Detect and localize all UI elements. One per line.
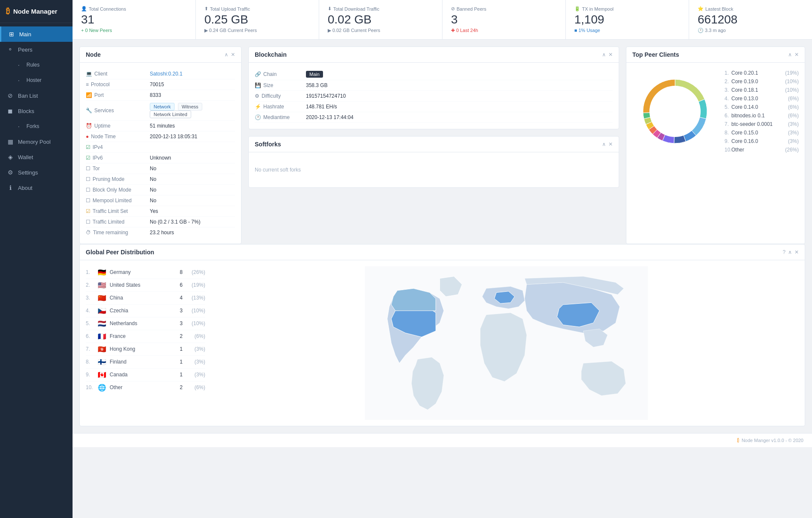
sidebar-item-rules[interactable]: · Rules [0,57,73,73]
country-row-fr: 6. 🇫🇷 France 2 (6%) [86,330,205,343]
sidebar-item-peers[interactable]: ⚬ Peers [0,42,73,57]
sidebar-item-banlist[interactable]: ⊘ Ban List [0,88,73,103]
footer-icon: ₿ [737,438,739,443]
sidebar-label-settings: Settings [18,169,38,176]
node-uptime-value: 51 minutes [150,123,235,129]
top-peer-clients-body: 1. Core 0.20.1 (19%) 2. Core 0.19.0 (10%… [626,63,805,160]
mempoollimited-icon: ☐ [86,198,90,204]
node-services-row: 🔧 Services Network Witness Network Limit… [86,101,235,121]
node-services-value: Network Witness Network Limited [150,103,235,118]
sidebar-label-banlist: Ban List [18,93,38,99]
node-client-row: 💻 Client Satoshi:0.20.1 [86,69,235,79]
node-pruning-value: No [150,176,235,182]
global-help-button[interactable]: ? [783,249,786,255]
country-list: 1. 🇩🇪 Germany 8 (26%) 2. 🇺🇸 United State… [86,266,205,420]
protocol-icon: ≡ [86,81,89,87]
bc-difficulty-row: ⚙ Difficulty 19157154724710 [255,91,613,102]
node-protocol-value: 70015 [150,81,235,87]
sidebar-item-settings[interactable]: ⚙ Settings [0,165,73,180]
world-map [214,266,799,420]
sidebar-label-rules: Rules [26,62,40,68]
softforks-collapse-button[interactable]: ∧ [602,141,606,147]
download-icon: ⬇ [328,6,332,12]
blockchain-card-header: Blockchain ∧ ✕ [249,47,619,63]
sidebar-item-blocks[interactable]: ◼ Blocks [0,103,73,119]
ipv6-icon: ☑ [86,155,90,161]
block-stat-icon: ⭐ [698,6,704,12]
blockchain-collapse-button[interactable]: ∧ [602,52,606,58]
service-tag-network: Network [150,103,175,111]
blockchain-close-button[interactable]: ✕ [608,52,613,58]
flag-fr: 🇫🇷 [98,332,106,340]
node-time-remaining-row: ⏱ Time remaining 23.2 hours [86,227,235,238]
service-tag-witness: Witness [178,103,202,111]
difficulty-icon: ⚙ [255,93,259,99]
peer-row-1: 1. Core 0.20.1 (19%) [725,69,799,77]
stat-sub-banned: ✚ 0 Last 24h [451,28,557,33]
country-row-ca: 9. 🇨🇦 Canada 1 (3%) [86,369,205,381]
port-icon: 📶 [86,92,92,98]
peers-icon: ⚬ [7,46,14,53]
sidebar-item-about[interactable]: ℹ About [0,180,73,195]
softforks-close-button[interactable]: ✕ [608,141,613,147]
country-row-de: 1. 🇩🇪 Germany 8 (26%) [86,266,205,279]
flag-cz: 🇨🇿 [98,307,106,315]
connections-icon: 👤 [81,6,87,12]
softforks-card-title: Softforks [255,141,281,148]
flag-cn: 🇨🇳 [98,294,106,302]
softforks-card: Softforks ∧ ✕ No current soft forks [248,136,619,188]
service-tag-limited: Network Limited [150,111,191,118]
footer-version: Node Manger v1.0.0 - © 2020 [742,438,803,443]
stat-value-upload: 0.25 GB [204,13,310,26]
sidebar-label-wallet: Wallet [18,154,33,160]
top-peer-collapse-button[interactable]: ∧ [788,52,792,58]
wallet-icon: ◈ [7,154,14,160]
top-peer-close-button[interactable]: ✕ [795,52,799,58]
sidebar-label-main: Main [19,31,31,38]
ipv4-icon: ☑ [86,144,90,150]
size-icon: 💾 [255,82,261,88]
peer-row-4: 4. Core 0.13.0 (6%) [725,94,799,103]
mediantime-icon: 🕐 [255,114,261,120]
sidebar-item-main[interactable]: ⊞ Main [0,26,73,42]
node-close-button[interactable]: ✕ [231,52,235,58]
blockchain-card: Blockchain ∧ ✕ 🔗 Chain Main 💾 Size 358.3… [248,47,619,129]
stat-mempool: 🔋 TX in Mempool 1,109 ■ 1% Usage [566,0,689,39]
sidebar-item-mempool[interactable]: ▦ Memory Pool [0,134,73,149]
sidebar-item-hoster[interactable]: · Hoster [0,73,73,88]
services-icon: 🔧 [86,108,92,113]
mempool-stat-icon: 🔋 [574,6,580,12]
softforks-card-controls: ∧ ✕ [602,141,613,147]
country-row-hk: 7. 🇭🇰 Hong Kong 1 (3%) [86,343,205,356]
global-peer-header: Global Peer Distribution ? ∧ ✕ [80,244,805,260]
footer: ₿ Node Manger v1.0.0 - © 2020 [73,433,812,447]
node-protocol-row: ≡ Protocol 70015 [86,79,235,90]
global-close-button[interactable]: ✕ [795,249,799,255]
global-collapse-button[interactable]: ∧ [788,249,792,255]
global-peer-card: Global Peer Distribution ? ∧ ✕ 1. 🇩🇪 Ger… [79,244,805,426]
stat-latest-block: ⭐ Lastest Block 661208 🕐 3.3 m ago [689,0,812,39]
bc-difficulty-value: 19157154724710 [306,93,613,99]
bitcoin-icon: ₿ [6,7,10,16]
peer-row-5: 5. Core 0.14.0 (6%) [725,103,799,111]
global-peer-body: 1. 🇩🇪 Germany 8 (26%) 2. 🇺🇸 United State… [80,260,805,426]
node-ipv6-value: Unknown [150,155,235,161]
node-collapse-button[interactable]: ∧ [224,52,228,58]
stat-sub-upload: ▶ 0.24 GB Current Peers [204,28,310,33]
main-content: 👤 Total Connections 31 + 0 New Peers ⬆ T… [73,0,812,518]
node-card: Node ∧ ✕ 💻 Client Satoshi:0.20.1 ≡ Proto… [79,47,242,244]
sidebar-item-forks[interactable]: · Forks [0,119,73,134]
sidebar-label-peers: Peers [18,47,32,53]
blockchain-card-controls: ∧ ✕ [602,52,613,58]
global-peer-title: Global Peer Distribution [86,249,154,256]
sidebar-item-wallet[interactable]: ◈ Wallet [0,149,73,165]
sidebar-nav: ⊞ Main ⚬ Peers · Rules · Hoster ⊘ Ban Li… [0,23,73,195]
trafficlimited-icon: ☐ [86,219,90,225]
node-card-body: 💻 Client Satoshi:0.20.1 ≡ Protocol 70015… [80,63,241,244]
hoster-icon: · [15,77,22,84]
bc-mediantime-value: 2020-12-13 17:44:04 [306,114,613,120]
node-time-remaining-value: 23.2 hours [150,230,235,236]
node-ipv6-row: ☑ IPv6 Unknown [86,153,235,163]
stat-sub-connections: + 0 New Peers [81,28,187,33]
stat-label-block: ⭐ Lastest Block [698,6,803,12]
